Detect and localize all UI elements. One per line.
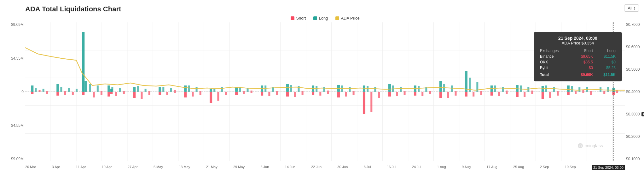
svg-rect-92 xyxy=(115,92,117,96)
col-long: Long xyxy=(594,48,617,54)
table-row: OKX $35.5 $0 xyxy=(539,59,617,65)
total-row: Total $9.69K $11.5K xyxy=(539,71,617,78)
svg-rect-47 xyxy=(210,92,212,103)
svg-rect-61 xyxy=(388,92,391,97)
svg-rect-64 xyxy=(439,81,442,92)
svg-rect-73 xyxy=(542,92,544,99)
svg-rect-42 xyxy=(159,87,161,92)
binance-short: $9.65K xyxy=(571,54,594,59)
total-label: Total xyxy=(539,71,571,78)
svg-rect-49 xyxy=(235,92,238,95)
svg-rect-93 xyxy=(119,88,121,92)
svg-rect-126 xyxy=(327,91,329,94)
svg-rect-102 xyxy=(174,90,176,93)
svg-rect-59 xyxy=(363,92,365,114)
price-badge: 0.38 xyxy=(641,112,644,116)
tooltip-header: 21 Sep 2024, 03:00 ADA Price:$0.354 xyxy=(539,36,617,45)
svg-rect-55 xyxy=(312,92,314,95)
svg-rect-63 xyxy=(414,92,416,96)
svg-rect-152 xyxy=(498,92,500,96)
svg-rect-41 xyxy=(133,92,136,98)
all-button[interactable]: All ↕ xyxy=(624,4,639,12)
svg-rect-160 xyxy=(549,92,551,98)
svg-rect-161 xyxy=(553,87,555,92)
svg-rect-39 xyxy=(110,92,113,94)
svg-rect-40 xyxy=(133,87,136,92)
svg-rect-131 xyxy=(367,86,368,92)
svg-rect-129 xyxy=(349,87,351,92)
svg-rect-158 xyxy=(531,91,533,94)
svg-rect-120 xyxy=(294,92,296,97)
svg-rect-87 xyxy=(89,84,91,92)
svg-rect-45 xyxy=(184,92,187,97)
col-exchanges: Exchanges xyxy=(539,48,571,54)
svg-rect-154 xyxy=(506,91,508,94)
svg-rect-109 xyxy=(221,87,223,92)
svg-rect-148 xyxy=(473,92,474,97)
svg-rect-84 xyxy=(68,88,70,92)
svg-rect-32 xyxy=(56,92,59,96)
binance-long: $11.5K xyxy=(594,54,617,59)
col-short: Short xyxy=(571,48,594,54)
tooltip: 21 Sep 2024, 03:00 ADA Price:$0.354 Exch… xyxy=(534,32,622,81)
svg-rect-81 xyxy=(46,91,48,94)
bybit-short: $0 xyxy=(571,65,594,71)
svg-rect-116 xyxy=(268,92,270,96)
svg-rect-113 xyxy=(247,88,248,92)
svg-rect-30 xyxy=(31,92,33,94)
okx-long: $0 xyxy=(594,59,617,65)
svg-rect-58 xyxy=(363,85,365,92)
svg-rect-71 xyxy=(516,92,519,97)
svg-rect-137 xyxy=(400,87,402,92)
x-axis: 26 Mar 3 Apr 11 Apr 19 Apr 27 Apr 5 May … xyxy=(25,165,625,170)
chart-title: ADA Total Liquidations Chart xyxy=(25,5,625,13)
svg-rect-165 xyxy=(578,87,580,92)
svg-rect-78 xyxy=(35,88,37,92)
svg-rect-97 xyxy=(145,89,147,92)
svg-rect-123 xyxy=(316,86,317,92)
svg-rect-108 xyxy=(217,92,219,101)
tooltip-table: Exchanges Short Long Binance $9.65K $11.… xyxy=(539,48,617,78)
svg-rect-36 xyxy=(107,85,110,92)
svg-rect-86 xyxy=(76,89,78,92)
svg-rect-80 xyxy=(43,89,44,92)
svg-rect-104 xyxy=(192,92,194,97)
exchange-bybit: Bybit xyxy=(539,65,571,71)
tooltip-date: 21 Sep 2024, 03:00 xyxy=(539,36,617,41)
chart-container: ADA Total Liquidations Chart All ↕ Short… xyxy=(0,0,644,188)
svg-rect-75 xyxy=(567,92,570,95)
svg-rect-103 xyxy=(188,85,190,92)
svg-rect-119 xyxy=(290,85,292,92)
svg-text:⬡: ⬡ xyxy=(579,144,582,148)
svg-rect-35 xyxy=(82,92,84,95)
svg-rect-37 xyxy=(107,92,110,97)
svg-rect-89 xyxy=(97,85,99,92)
svg-rect-105 xyxy=(196,87,198,92)
svg-rect-91 xyxy=(111,87,113,92)
tooltip-price: ADA Price:$0.354 xyxy=(539,41,617,45)
okx-short: $35.5 xyxy=(571,59,594,65)
svg-rect-163 xyxy=(571,86,573,92)
svg-rect-34 xyxy=(84,81,87,92)
svg-rect-128 xyxy=(345,92,347,97)
legend-short: Short xyxy=(291,16,306,21)
svg-rect-67 xyxy=(465,92,467,97)
svg-rect-88 xyxy=(93,92,95,97)
svg-rect-70 xyxy=(516,85,519,92)
svg-rect-145 xyxy=(451,85,453,92)
svg-rect-96 xyxy=(141,92,142,99)
ada-price-color-dot xyxy=(335,16,339,20)
svg-rect-133 xyxy=(374,87,376,92)
bybit-long: $5.23 xyxy=(594,65,617,71)
svg-rect-166 xyxy=(582,90,584,93)
y-axis-right: $0.7000 $0.6000 $0.5000 $0.4000 $0.3000 … xyxy=(626,22,643,161)
svg-rect-153 xyxy=(502,87,504,92)
coinglass-icon: ⬡ xyxy=(577,143,583,149)
svg-rect-124 xyxy=(319,92,321,96)
svg-rect-82 xyxy=(60,87,62,92)
short-color-dot xyxy=(291,16,294,20)
svg-rect-69 xyxy=(490,92,493,96)
svg-rect-74 xyxy=(567,85,570,92)
svg-rect-95 xyxy=(137,86,139,92)
svg-rect-140 xyxy=(421,92,423,96)
